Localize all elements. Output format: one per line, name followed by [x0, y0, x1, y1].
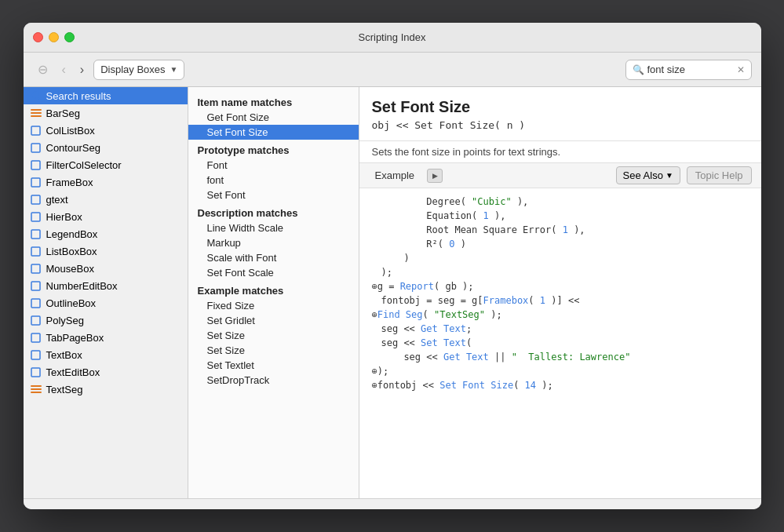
topic-help-button[interactable]: Topic Help [687, 166, 752, 184]
section-header: Item name matches [188, 92, 359, 110]
left-panel-item-textseg[interactable]: TextSeg [24, 381, 188, 398]
svg-rect-12 [31, 247, 40, 256]
left-panel-item-gtext[interactable]: gtext [24, 191, 188, 208]
left-panel-item-mousebox[interactable]: MouseBox [24, 260, 188, 277]
svg-rect-16 [31, 316, 40, 325]
svg-rect-6 [31, 144, 40, 152]
svg-rect-10 [31, 213, 40, 221]
right-signature: obj << Set Font Size( n ) [372, 119, 749, 131]
left-panel-item-collistbox[interactable]: ColListBox [24, 122, 188, 139]
code-line: ⊕fontobj << Set Font Size( 14 ); [372, 378, 749, 392]
middle-item[interactable]: Set Size [188, 343, 359, 358]
middle-item[interactable]: font [188, 173, 359, 188]
code-area: Degree( "Cubic" ), Equation( 1 ), Root M… [359, 188, 761, 498]
left-panel-label-textbox: TextBox [46, 349, 82, 361]
middle-item[interactable]: Get Font Size [188, 110, 359, 125]
forward-button[interactable]: › [75, 60, 89, 79]
middle-item[interactable]: Font [188, 158, 359, 173]
item-icon-polyseg [30, 314, 42, 326]
svg-rect-15 [31, 299, 40, 308]
left-panel-label-framebox: FrameBox [46, 177, 93, 188]
left-panel-label-search-results: Search results [46, 90, 111, 102]
item-icon-listboxbox [30, 245, 42, 257]
svg-rect-13 [31, 264, 40, 273]
section-header: Prototype matches [188, 140, 359, 158]
tab-example[interactable]: Example [369, 167, 421, 184]
left-panel-label-mousebox: MouseBox [46, 263, 94, 275]
middle-item[interactable]: Set Size [188, 328, 359, 343]
minimize-button[interactable] [49, 32, 59, 42]
see-also-button[interactable]: See Also ▼ [616, 166, 680, 184]
left-panel-item-hierbox[interactable]: HierBox [24, 208, 188, 225]
middle-item[interactable]: Line Width Scale [188, 220, 359, 235]
left-panel-label-textseg: TextSeg [46, 384, 83, 395]
left-panel-item-legendbox[interactable]: LegendBox [24, 225, 188, 242]
item-icon-barseg [30, 107, 42, 119]
titlebar: Scripting Index [24, 23, 761, 53]
left-panel-item-polyseg[interactable]: PolySeg [24, 312, 188, 329]
left-panel-item-numbereditbox[interactable]: NumberEditBox [24, 277, 188, 294]
svg-rect-18 [31, 351, 40, 359]
middle-item[interactable]: Set Font Size [188, 125, 359, 140]
left-panel-item-contourseg[interactable]: ContourSeg [24, 139, 188, 156]
left-panel-item-outlinebox[interactable]: OutlineBox [24, 294, 188, 312]
left-panel-item-barseg[interactable]: BarSeg [24, 104, 188, 122]
right-title: Set Font Size [372, 98, 749, 116]
middle-item[interactable]: Set Textlet [188, 358, 359, 373]
category-selector[interactable]: Display Boxes ▼ [93, 60, 184, 80]
zoom-out-button[interactable]: ⊖ [33, 60, 53, 79]
left-panel-item-listboxbox[interactable]: ListBoxBox [24, 242, 188, 260]
window-title: Scripting Index [359, 31, 426, 43]
bottom-bar [24, 498, 761, 509]
left-panel-label-filtercolselector: FilterColSelector [46, 159, 122, 171]
svg-rect-5 [31, 126, 40, 135]
left-panel: Search resultsBarSegColListBoxContourSeg… [24, 87, 188, 498]
left-panel-label-gtext: gtext [46, 194, 68, 206]
item-icon-tabpagebox [30, 331, 42, 344]
maximize-button[interactable] [64, 32, 75, 42]
left-panel-item-framebox[interactable]: FrameBox [24, 173, 188, 191]
left-panel-label-hierbox: HierBox [46, 211, 82, 223]
close-button[interactable] [33, 32, 43, 42]
left-panel-item-tabpagebox[interactable]: TabPageBox [24, 329, 188, 346]
left-panel-label-contourseg: ContourSeg [46, 142, 100, 154]
middle-item[interactable]: Scale with Font [188, 250, 359, 265]
middle-item[interactable]: Fixed Size [188, 298, 359, 313]
middle-item[interactable]: SetDropTrack [188, 373, 359, 388]
left-panel-label-listboxbox: ListBoxBox [46, 246, 97, 257]
search-input[interactable] [647, 64, 734, 75]
left-panel-item-texteditbox[interactable]: TextEditBox [24, 363, 188, 381]
left-panel-item-filtercolselector[interactable]: FilterColSelector [24, 156, 188, 173]
toolbar: ⊖ ‹ › Display Boxes ▼ 🔍 ✕ [24, 53, 761, 87]
item-icon-contourseg [30, 141, 42, 154]
middle-item[interactable]: Markup [188, 235, 359, 250]
code-line: seg << Get Text || " Tallest: Lawrence" [372, 350, 749, 364]
svg-rect-14 [31, 282, 40, 290]
see-also-label: See Also [623, 169, 663, 181]
middle-item[interactable]: Set Font [188, 188, 359, 202]
svg-rect-9 [31, 195, 40, 204]
section-header: Description matches [188, 202, 359, 220]
item-icon-textseg [30, 383, 42, 395]
item-icon-legendbox [30, 228, 42, 240]
example-icon-button[interactable]: ▶ [427, 169, 443, 183]
code-line: R²( 0 ) [372, 237, 749, 251]
left-panel-item-textbox[interactable]: TextBox [24, 346, 188, 363]
code-line: ); [372, 265, 749, 279]
left-panel-label-numbereditbox: NumberEditBox [46, 280, 118, 292]
item-icon-gtext [30, 193, 42, 206]
code-line: fontobj = seg = g[Framebox( 1 )] << [372, 293, 749, 308]
left-panel-item-search-results[interactable]: Search results [24, 87, 188, 104]
right-panel: Set Font Size obj << Set Font Size( n ) … [359, 87, 761, 498]
item-icon-texteditbox [30, 366, 42, 378]
code-line: seg << Get Text; [372, 322, 749, 336]
item-icon-search-results [30, 89, 42, 102]
left-panel-label-collistbox: ColListBox [46, 125, 95, 137]
middle-item[interactable]: Set Font Scale [188, 265, 359, 280]
middle-item[interactable]: Set Gridlet [188, 313, 359, 328]
left-panel-label-tabpagebox: TabPageBox [46, 332, 104, 344]
svg-rect-19 [31, 368, 40, 377]
back-button[interactable]: ‹ [57, 60, 71, 79]
search-clear-button[interactable]: ✕ [737, 64, 745, 75]
item-icon-hierbox [30, 210, 42, 223]
